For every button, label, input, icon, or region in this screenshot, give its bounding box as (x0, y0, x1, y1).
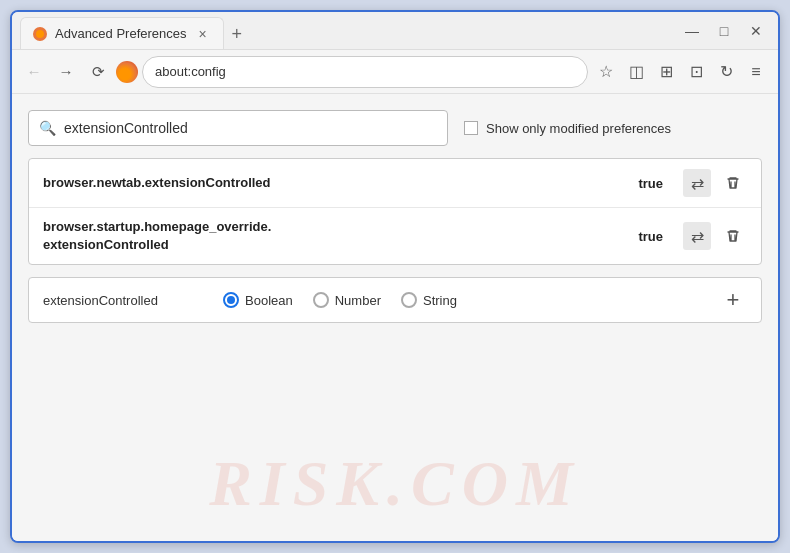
address-bar[interactable]: about:config (142, 56, 588, 88)
result-value-1: true (638, 176, 663, 191)
radio-boolean-inner (227, 296, 235, 304)
result-value-2: true (638, 229, 663, 244)
delete-button-2[interactable] (719, 222, 747, 250)
nav-icons: ☆ ◫ ⊞ ⊡ ↻ ≡ (592, 58, 770, 86)
address-text: about:config (155, 64, 226, 79)
radio-boolean[interactable]: Boolean (223, 292, 293, 308)
svg-point-0 (36, 30, 44, 38)
radio-number-label: Number (335, 293, 381, 308)
pocket-button[interactable]: ◫ (622, 58, 650, 86)
firefox-logo (116, 61, 138, 83)
add-label: extensionControlled (43, 293, 203, 308)
sync-button[interactable]: ↻ (712, 58, 740, 86)
result-actions-1: ⇄ (683, 169, 747, 197)
bookmark-button[interactable]: ☆ (592, 58, 620, 86)
back-button[interactable]: ← (20, 58, 48, 86)
reload-button[interactable]: ⟳ (84, 58, 112, 86)
radio-boolean-outer (223, 292, 239, 308)
tab-group: Advanced Preferences × + (20, 12, 666, 49)
show-modified-row: Show only modified preferences (464, 121, 671, 136)
result-actions-2: ⇄ (683, 222, 747, 250)
search-row: 🔍 Show only modified preferences (28, 110, 762, 146)
radio-string[interactable]: String (401, 292, 457, 308)
table-row: browser.startup.homepage_override.extens… (29, 208, 761, 264)
radio-number-outer (313, 292, 329, 308)
title-bar: Advanced Preferences × + — □ ✕ (12, 12, 778, 50)
show-modified-checkbox[interactable] (464, 121, 478, 135)
search-input[interactable] (64, 120, 437, 136)
menu-button[interactable]: ≡ (742, 58, 770, 86)
add-plus-button[interactable]: + (719, 286, 747, 314)
tab-close-button[interactable]: × (195, 26, 211, 42)
add-row: extensionControlled Boolean Number (28, 277, 762, 323)
download-button[interactable]: ⊡ (682, 58, 710, 86)
delete-button-1[interactable] (719, 169, 747, 197)
extension-button[interactable]: ⊞ (652, 58, 680, 86)
active-tab[interactable]: Advanced Preferences × (20, 17, 224, 49)
content-area: RISK.COM 🔍 Show only modified preference… (12, 94, 778, 541)
show-modified-label: Show only modified preferences (486, 121, 671, 136)
radio-group: Boolean Number String (223, 292, 699, 308)
tab-title: Advanced Preferences (55, 26, 187, 41)
maximize-button[interactable]: □ (710, 17, 738, 45)
new-tab-button[interactable]: + (224, 20, 251, 49)
browser-window: Advanced Preferences × + — □ ✕ ← → ⟳ abo… (10, 10, 780, 543)
search-icon: 🔍 (39, 120, 56, 136)
swap-button-1[interactable]: ⇄ (683, 169, 711, 197)
window-controls: — □ ✕ (678, 17, 770, 45)
radio-string-outer (401, 292, 417, 308)
results-table: browser.newtab.extensionControlled true … (28, 158, 762, 265)
radio-boolean-label: Boolean (245, 293, 293, 308)
table-row: browser.newtab.extensionControlled true … (29, 159, 761, 208)
close-button[interactable]: ✕ (742, 17, 770, 45)
result-name-1: browser.newtab.extensionControlled (43, 174, 626, 192)
radio-string-label: String (423, 293, 457, 308)
tab-favicon (33, 27, 47, 41)
radio-number[interactable]: Number (313, 292, 381, 308)
nav-bar: ← → ⟳ about:config ☆ ◫ ⊞ ⊡ ↻ ≡ (12, 50, 778, 94)
watermark: RISK.COM (209, 447, 581, 521)
forward-button[interactable]: → (52, 58, 80, 86)
minimize-button[interactable]: — (678, 17, 706, 45)
result-name-2: browser.startup.homepage_override.extens… (43, 218, 626, 254)
swap-button-2[interactable]: ⇄ (683, 222, 711, 250)
search-box: 🔍 (28, 110, 448, 146)
